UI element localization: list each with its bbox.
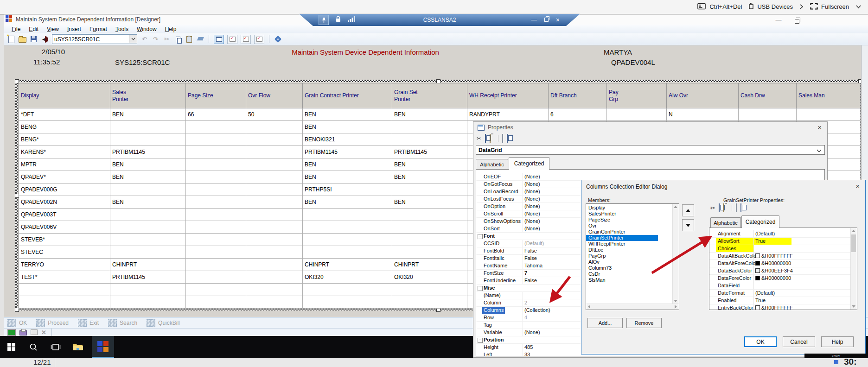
grid-cell[interactable]	[303, 296, 392, 309]
grid-header-cash-drw[interactable]: Cash Drw	[739, 83, 797, 108]
member-property-row-dataaltforecolor[interactable]: DataAltForeColor&H00000000	[709, 260, 857, 267]
member-property-grid[interactable]: Alignment(Default)AllowSortTrueChoicesDa…	[709, 228, 857, 310]
grid-cell[interactable]	[246, 196, 303, 209]
grid-header-grain-set-printer[interactable]: Grain Set Printer	[392, 83, 467, 108]
grid-cell[interactable]: BEN	[303, 196, 392, 209]
grid-cell[interactable]	[110, 121, 186, 133]
grid-cell[interactable]	[303, 209, 392, 221]
grid-cell[interactable]: 6	[549, 108, 607, 121]
minimize-button[interactable]: —	[773, 16, 784, 23]
cut-icon[interactable]: ✂	[710, 205, 715, 211]
grid-cell[interactable]	[392, 133, 467, 146]
member-item-column73[interactable]: Column73	[586, 265, 679, 271]
grid-cell[interactable]: STEVEB*	[19, 234, 110, 246]
grid-cell[interactable]	[110, 234, 186, 246]
cancel-button[interactable]: Cancel	[783, 336, 815, 347]
properties-tab-categorized[interactable]: Categorized	[509, 157, 549, 170]
paste-icon[interactable]	[490, 134, 491, 143]
blank-box-icon[interactable]	[736, 204, 737, 212]
collapse-icon[interactable]: −	[478, 338, 483, 343]
task-view-icon[interactable]	[45, 336, 67, 358]
grid-cell[interactable]	[303, 234, 392, 246]
start-button[interactable]	[0, 336, 22, 358]
printer-icon[interactable]	[19, 329, 27, 335]
menu-insert[interactable]: Insert	[63, 26, 85, 32]
grid-cell[interactable]: PRTIBM1145	[392, 146, 467, 158]
member-property-row-choices[interactable]: Choices	[709, 245, 857, 253]
grid-cell[interactable]: 66	[186, 108, 246, 121]
tag-icon[interactable]	[274, 36, 282, 43]
field-check-toggle-icon[interactable]	[227, 35, 237, 44]
grid-cell[interactable]: BEN	[303, 171, 392, 184]
grid-cell[interactable]	[246, 121, 303, 133]
grid-cell[interactable]: STEVEC	[19, 246, 110, 259]
combobox-dropdown-icon[interactable]	[129, 35, 137, 43]
grid-cell[interactable]	[186, 196, 246, 209]
property-value[interactable]: (Collection)	[524, 307, 550, 313]
member-property-row-databackcolor[interactable]: DataBackColor&H00EEF3F4	[709, 267, 857, 275]
ok-button[interactable]: OK	[744, 336, 777, 347]
grid-cell[interactable]	[186, 284, 246, 296]
pages-icon[interactable]	[507, 134, 508, 143]
fullscreen-button[interactable]: Fullscreen	[810, 3, 849, 11]
grid-header-dft-branch[interactable]: Dft Branch	[549, 83, 607, 108]
layout-check-toggle-icon[interactable]	[254, 35, 264, 44]
member-property-row-alignment[interactable]: Alignment(Default)	[709, 230, 857, 238]
grid-cell[interactable]	[186, 221, 246, 234]
property-value[interactable]: (None)	[524, 196, 540, 202]
member-properties-tab-alphabetic[interactable]: Alphabetic	[710, 217, 741, 228]
grid-cell[interactable]: BENG	[19, 121, 110, 133]
grid-cell[interactable]	[246, 133, 303, 146]
grid-cell[interactable]	[303, 221, 392, 234]
remove-button[interactable]: Remove	[626, 318, 662, 328]
grid-cell[interactable]	[186, 171, 246, 184]
grid-cell[interactable]	[392, 246, 467, 259]
properties-tab-alphabetic[interactable]: Alphabetic	[476, 159, 508, 170]
property-value[interactable]: (None)	[524, 218, 540, 224]
grid-cell[interactable]	[303, 246, 392, 259]
property-value[interactable]: 2	[524, 300, 527, 305]
grid-cell[interactable]	[19, 296, 110, 309]
grid-cell[interactable]: BEN	[392, 171, 467, 184]
member-property-row-dataaltbackcolor[interactable]: DataAltBackColor&H00FFFFFF	[709, 253, 857, 260]
grid-cell[interactable]	[186, 121, 246, 133]
dialog-close-icon[interactable]: ×	[855, 182, 860, 190]
copy-icon[interactable]	[485, 134, 486, 143]
grid-cell[interactable]	[246, 296, 303, 309]
grid-cell[interactable]	[246, 259, 303, 271]
taskbar-app-lansa[interactable]	[92, 336, 114, 358]
grid-cell[interactable]	[246, 221, 303, 234]
grid-cell[interactable]: QPADEV002N	[19, 196, 110, 209]
undo-icon[interactable]: ↶	[140, 36, 148, 43]
member-item-ovr[interactable]: Ovr	[586, 223, 679, 229]
grid-cell[interactable]: BEN	[392, 158, 467, 171]
grid-cell[interactable]: QPADEV003T	[19, 209, 110, 221]
file-explorer-icon[interactable]	[67, 336, 89, 358]
member-property-row-enabled[interactable]: EnabledTrue	[709, 297, 857, 304]
member-property-value[interactable]: &H00FFFFFF	[755, 305, 793, 310]
grid-cell[interactable]: TERRYO	[19, 259, 110, 271]
grid-cell[interactable]: QPADEV*	[19, 171, 110, 184]
member-item-whrecptprinter[interactable]: WHRecptPrinter	[586, 241, 679, 247]
grid-cell[interactable]	[186, 158, 246, 171]
exit-button[interactable]: Exit	[78, 319, 99, 327]
move-up-button[interactable]	[682, 204, 694, 216]
save-icon[interactable]	[30, 36, 38, 43]
grid-cell[interactable]	[797, 108, 861, 121]
properties-titlebar[interactable]: Properties ×	[473, 122, 827, 133]
chevron-down-icon[interactable]	[855, 5, 862, 9]
member-item-alov[interactable]: AlOv	[586, 259, 679, 265]
menu-edit[interactable]: Edit	[25, 26, 43, 32]
property-value[interactable]: False	[524, 278, 537, 283]
restore-button[interactable]	[792, 18, 802, 25]
property-value[interactable]: (None)	[524, 203, 540, 209]
grid-cell[interactable]	[186, 146, 246, 158]
grid-cell[interactable]: BENG*	[19, 133, 110, 146]
search-icon[interactable]	[22, 336, 45, 358]
grid-cell[interactable]: TEST*	[19, 271, 110, 284]
property-value[interactable]: False	[524, 255, 537, 261]
quickbill-button[interactable]: QuickBill	[147, 319, 180, 327]
grid-cell[interactable]: BEN	[392, 196, 467, 209]
properties-close-icon[interactable]: ×	[817, 123, 822, 131]
property-value[interactable]: 4	[524, 315, 527, 320]
